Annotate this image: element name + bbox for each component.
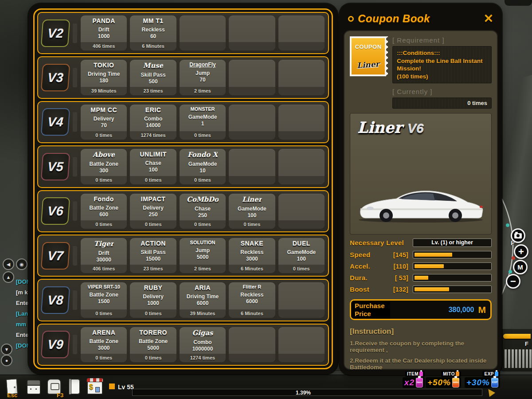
level-text: Lv 55 (118, 383, 134, 391)
coupon-card[interactable]: ARIADriving Time600039 Minutes (180, 282, 226, 317)
tier-row-v9: V9ARENABattle Zone30000 timesTOREROBattl… (37, 324, 329, 366)
coupon-card[interactable]: MONSTERGameMode10 times (180, 105, 226, 140)
coupon-card-title: MPM CC (90, 106, 117, 113)
tier-tab (73, 246, 77, 266)
coupon-card-title: VIPER SRT-10 (88, 284, 120, 289)
coupon-card-title: TOKIO (94, 62, 114, 69)
coupon-card[interactable]: Flitter RReckless60006 Minutes (229, 282, 275, 317)
coupon-card[interactable]: RUBYDelivery10000 times (130, 282, 176, 317)
currency-m-icon: M (478, 305, 486, 315)
coupon-card-title: Fondo X (188, 151, 218, 159)
coupon-card[interactable]: TigerDrift30000406 times (81, 238, 127, 273)
tier-badge[interactable]: V3 (41, 64, 70, 91)
shop-icon[interactable]: $ (87, 379, 103, 395)
coupon-card-title: SNAKE (241, 240, 264, 247)
coupon-card-title: ARENA (92, 329, 115, 336)
map-mode-button[interactable]: M (513, 260, 528, 274)
coupon-card[interactable]: SOLUTIONJump50002 times (180, 238, 226, 273)
chat-dot-icon[interactable]: ● (1, 355, 12, 366)
coupon-card[interactable]: AboveBattle Zone3000 times (81, 149, 127, 184)
coupon-card-goal: 60 (150, 33, 156, 39)
tier-badge[interactable]: V5 (41, 153, 70, 180)
coupon-card-title: MONSTER (190, 106, 215, 112)
coupon-card[interactable]: SNAKEReckless30006 Minutes (229, 238, 275, 273)
minus-icon: − (510, 276, 516, 287)
camera-button[interactable] (511, 228, 525, 243)
coupon-card-goal: 100 (149, 167, 158, 173)
coupon-card[interactable]: MPM CCDelivery700 times (81, 105, 127, 140)
zoom-in-button[interactable]: + (514, 244, 528, 259)
stat-fill (415, 276, 428, 280)
tier-tab (73, 201, 77, 221)
coupon-card[interactable]: ERICCombo140001274 times (130, 105, 176, 140)
coupon-card[interactable]: ARENABattle Zone30000 times (81, 327, 127, 362)
coupon-card[interactable]: MM T1Reckless606 Minutes (130, 16, 176, 51)
close-button[interactable]: ✕ (483, 13, 493, 25)
coupon-card-progress (229, 176, 275, 184)
exp-boost-value: +30% (466, 378, 490, 387)
coupon-card-title: IMPACT (141, 196, 166, 203)
stat-track (413, 262, 492, 270)
coupon-card[interactable]: MuseSkill Pass50023 times (130, 60, 176, 95)
notebook-icon[interactable] (69, 379, 80, 395)
mission-grid: V2PANDADrift1000406 timesMM T1Reckless60… (33, 8, 333, 369)
m-icon: M (517, 263, 523, 271)
empty-slot (278, 105, 325, 140)
necessary-level-label: Necessary Level (350, 239, 413, 246)
gauge-segment (505, 349, 507, 368)
coupon-card-title: CoMbDo (187, 196, 219, 203)
coupon-book-panel: Coupon Book ✕ COUPON Liner [ Requirement… (340, 4, 502, 375)
coupon-card-mode: Chase (145, 160, 161, 166)
chat-record-icon[interactable]: ◉ (16, 258, 27, 270)
conditions-line: Mission! (397, 65, 487, 73)
tier-badge[interactable]: V4 (41, 108, 70, 136)
chat-line: Ente (16, 332, 28, 338)
gauge-segment (508, 349, 510, 368)
avatar-icon[interactable] (27, 379, 41, 395)
coupon-card-progress (278, 354, 325, 362)
coupon-card[interactable]: DragonFlyJump702 times (180, 60, 226, 95)
item-boost-label: ITEM (407, 372, 419, 376)
tier-tab (73, 157, 77, 176)
coupon-card-title: UNLIMIT (140, 151, 166, 158)
coupon-card[interactable]: VIPER SRT-10Battle Zone15000 times (81, 282, 127, 317)
coupon-book-body: COUPON Liner [ Requirement ] :::Conditio… (344, 30, 498, 370)
tier-tab (73, 335, 77, 354)
chat-up-icon[interactable]: ▲ (3, 271, 14, 283)
coupon-card-progress: 0 times (81, 176, 127, 184)
coupon-card[interactable]: GigasCombo10000001274 times (180, 327, 226, 362)
coupon-card-goal: 70 (101, 122, 107, 129)
coupon-card[interactable]: LinerGameMode1000 times (229, 194, 275, 229)
coupon-card[interactable]: Fondo XGameMode100 times (180, 149, 226, 184)
zoom-out-button[interactable]: − (506, 274, 520, 289)
stat-track (413, 286, 492, 293)
coupon-card-mode: Delivery (94, 116, 114, 122)
tier-row-v7: V7TigerDrift30000406 timesACTIONSkill Pa… (37, 235, 329, 277)
coupon-card[interactable]: FondoBattle Zone6000 times (81, 194, 127, 229)
coupon-card-mode: Reckless (240, 292, 263, 298)
coupon-card[interactable]: TOKIODriving Time18039 Minutes (81, 60, 127, 95)
coupon-card[interactable]: PANDADrift1000406 times (81, 16, 127, 51)
tier-badge[interactable]: V9 (41, 331, 70, 358)
tier-badge[interactable]: V2 (41, 20, 70, 47)
tier-badge[interactable]: V7 (41, 242, 70, 270)
stat-value: [ 53] (395, 274, 408, 282)
gauge-segment (529, 349, 532, 368)
chat-prev-icon[interactable]: ◀ (3, 258, 14, 270)
coupon-card-progress (229, 354, 275, 362)
coupon-card[interactable]: TOREROBattle Zone50000 times (130, 327, 176, 362)
coupon-card[interactable]: UNLIMITChase1000 times (130, 149, 176, 184)
tier-badge[interactable]: V6 (41, 197, 70, 225)
coupon-card-mode: Drift (98, 27, 110, 33)
coupon-card[interactable]: IMPACTDelivery2500 times (130, 194, 176, 229)
camera-icon (514, 233, 522, 239)
chat-hud: ◀ ◉ ▲ [DON[m kEnte[LanmmEnte[DON ▼ ● (0, 256, 28, 367)
chat-down-icon[interactable]: ▼ (1, 344, 12, 355)
tier-badge[interactable]: V8 (41, 286, 70, 314)
coupon-card[interactable]: CoMbDoChase2500 times (180, 194, 226, 229)
coupon-card-goal: 500 (149, 78, 158, 85)
coupon-card[interactable]: DUELGameMode1000 times (278, 238, 325, 273)
tier-row-v4: V4MPM CCDelivery700 timesERICCombo140001… (37, 101, 329, 143)
coupon-card-progress (229, 87, 275, 95)
coupon-card[interactable]: ACTIONSkill Pass1500023 times (130, 238, 176, 273)
